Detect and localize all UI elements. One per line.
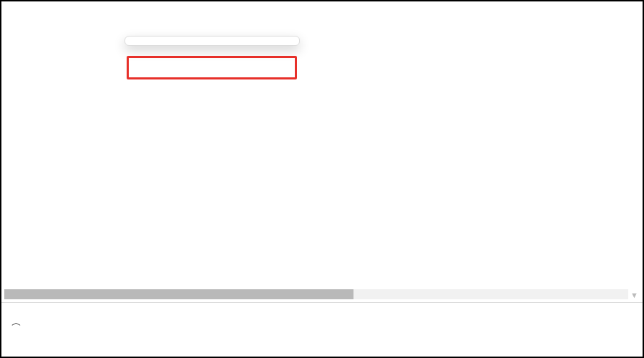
horizontal-scrollbar[interactable] [4, 289, 628, 299]
chevron-up-icon: ︿ [11, 316, 21, 329]
footer: ︿ [1, 302, 643, 342]
context-menu [125, 36, 300, 46]
process-list: ▼ [1, 1, 643, 302]
highlight-restart [127, 56, 297, 79]
horizontal-scrollbar-thumb[interactable] [4, 289, 353, 299]
section-header-background [1, 1, 643, 14]
fewer-details-toggle[interactable]: ︿ [11, 316, 27, 329]
scroll-down-marker[interactable]: ▼ [630, 291, 638, 299]
